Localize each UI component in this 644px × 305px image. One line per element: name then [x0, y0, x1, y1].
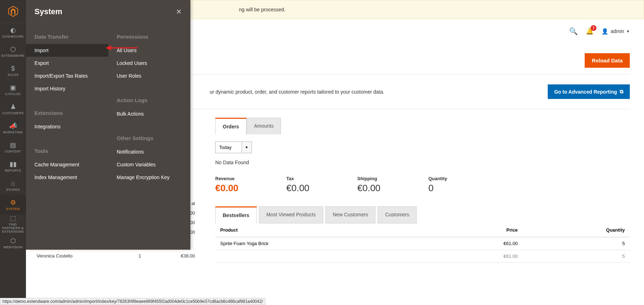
- th-price: Price: [433, 223, 523, 237]
- link-notifications[interactable]: Notifications: [108, 145, 191, 158]
- partners-icon: ⬚: [10, 215, 16, 221]
- admin-dropdown[interactable]: 👤 admin ▼: [601, 28, 630, 35]
- tab-most-viewed[interactable]: Most Viewed Products: [259, 206, 323, 223]
- th-product: Product: [215, 223, 433, 237]
- system-flyout: System ✕ Data Transfer Import Export Imp…: [26, 0, 190, 250]
- layout-icon: ▤: [10, 142, 16, 148]
- link-locked-users[interactable]: Locked Users: [108, 57, 191, 70]
- status-bar-url: https://demo.extendware.com/admin/admin/…: [0, 298, 265, 305]
- box-icon: ▣: [10, 84, 16, 91]
- sidebar: ◐DASHBOARD ⬡EXTENDWARE $SALES ▣CATALOG ♟…: [0, 0, 26, 305]
- stat-shipping: Shipping €0.00: [357, 176, 407, 194]
- bars-icon: ▮▮: [10, 161, 17, 167]
- table-row[interactable]: Sprite Foam Yoga Brick €61.00 5: [215, 237, 630, 250]
- store-icon: ⌂: [11, 180, 15, 187]
- link-manage-encryption-key[interactable]: Manage Encryption Key: [108, 171, 191, 184]
- magento-logo-icon: [7, 6, 19, 17]
- link-cache-management[interactable]: Cache Management: [26, 158, 108, 171]
- stat-tax: Tax €0.00: [286, 176, 336, 194]
- th-quantity: Quantity: [523, 223, 630, 237]
- section-other-settings: Other Settings: [108, 131, 191, 145]
- megaphone-icon: 📣: [9, 123, 17, 129]
- no-data-text: No Data Found: [215, 160, 630, 165]
- dollar-icon: $: [11, 65, 15, 72]
- range-dropdown[interactable]: Today ▼: [215, 142, 252, 153]
- person-icon: ♟: [10, 104, 16, 110]
- hex-icon: ⬡: [10, 238, 16, 244]
- gear-icon: ⚙: [10, 199, 16, 206]
- chevron-down-icon[interactable]: ▼: [242, 142, 251, 153]
- sidebar-item-extendware[interactable]: ⬡EXTENDWARE: [0, 42, 26, 61]
- gauge-icon: ◐: [10, 27, 16, 33]
- sidebar-item-marketing[interactable]: 📣MARKETING: [0, 119, 26, 138]
- tab-bestsellers[interactable]: Bestsellers: [215, 206, 257, 223]
- sidebar-item-webvision[interactable]: ⬡WEBVISION: [0, 234, 26, 253]
- search-icon[interactable]: 🔍: [569, 27, 578, 35]
- sidebar-item-customers[interactable]: ♟CUSTOMERS: [0, 100, 26, 119]
- tab-new-customers[interactable]: New Customers: [325, 206, 376, 223]
- flyout-title: System: [34, 7, 62, 16]
- sidebar-item-system[interactable]: ⚙SYSTEM: [0, 195, 26, 215]
- avatar-icon: 👤: [601, 28, 608, 35]
- reload-data-button[interactable]: Reload Data: [585, 53, 630, 68]
- sidebar-item-stores[interactable]: ⌂STORES: [0, 176, 26, 195]
- sidebar-item-content[interactable]: ▤CONTENT: [0, 138, 26, 157]
- tab-orders[interactable]: Orders: [215, 118, 247, 134]
- link-integrations[interactable]: Integrations: [26, 120, 108, 133]
- chevron-down-icon: ▼: [626, 29, 630, 33]
- link-bulk-actions[interactable]: Bulk Actions: [108, 107, 191, 120]
- logo[interactable]: [0, 0, 26, 23]
- link-custom-variables[interactable]: Custom Variables: [108, 158, 191, 171]
- notifications-button[interactable]: 🔔 7: [586, 27, 594, 35]
- go-to-advanced-reporting-button[interactable]: Go to Advanced Reporting ⧉: [548, 84, 630, 99]
- sidebar-item-sales[interactable]: $SALES: [0, 61, 26, 81]
- notification-badge: 7: [591, 25, 596, 31]
- close-icon[interactable]: ✕: [176, 7, 182, 16]
- hex-icon: ⬡: [10, 46, 16, 52]
- sidebar-item-partners[interactable]: ⬚FIND PARTNERS & EXTENSIONS: [0, 215, 26, 234]
- section-data-transfer: Data Transfer: [26, 29, 108, 44]
- external-link-icon: ⧉: [620, 89, 623, 95]
- section-tools: Tools: [26, 144, 108, 158]
- sidebar-item-catalog[interactable]: ▣CATALOG: [0, 81, 26, 100]
- bestsellers-table: Product Price Quantity Sprite Foam Yoga …: [215, 223, 630, 263]
- stat-revenue: Revenue €0.00: [215, 176, 265, 194]
- link-import-history[interactable]: Import History: [26, 82, 108, 95]
- section-action-logs: Action Logs: [108, 93, 191, 107]
- svg-marker-1: [105, 45, 111, 50]
- link-import[interactable]: Import: [26, 44, 108, 57]
- table-row[interactable]: €61.00 5: [215, 250, 630, 263]
- stat-quantity: Quantity 0: [428, 176, 478, 194]
- link-import-export-tax-rates[interactable]: Import/Export Tax Rates: [26, 70, 108, 82]
- tab-amounts[interactable]: Amounts: [247, 118, 281, 134]
- section-permissions: Permissions: [108, 29, 191, 44]
- link-index-management[interactable]: Index Management: [26, 171, 108, 184]
- link-user-roles[interactable]: User Roles: [108, 70, 191, 82]
- admin-label: admin: [611, 28, 624, 34]
- list-item[interactable]: Veronica Costello 1 €38.00: [37, 251, 195, 261]
- tab-customers[interactable]: Customers: [378, 206, 417, 223]
- section-extensions: Extensions: [26, 106, 108, 120]
- link-export[interactable]: Export: [26, 57, 108, 70]
- sidebar-item-reports[interactable]: ▮▮REPORTS: [0, 157, 26, 176]
- sidebar-item-dashboard[interactable]: ◐DASHBOARD: [0, 23, 26, 42]
- annotation-arrow: [105, 43, 137, 53]
